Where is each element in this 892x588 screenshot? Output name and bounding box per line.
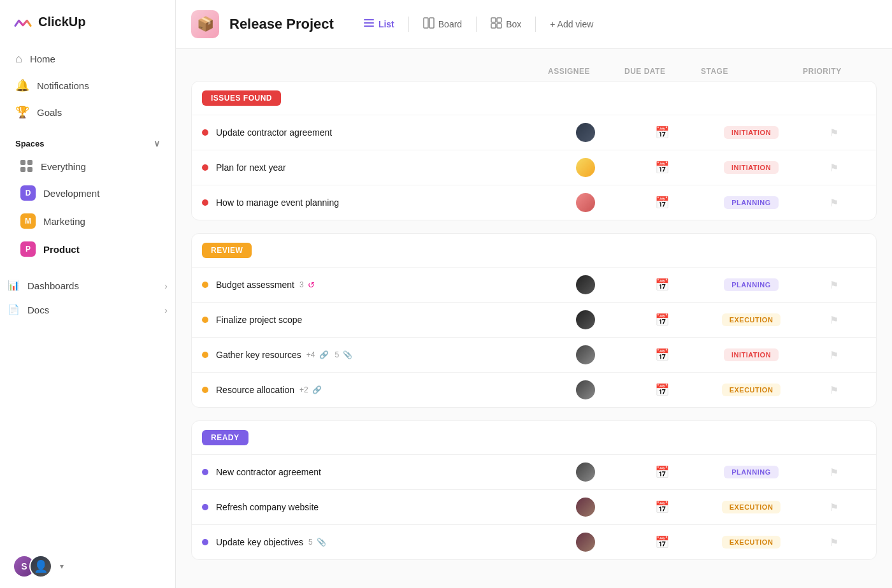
col-task xyxy=(222,67,548,76)
table-row[interactable]: How to manage event planning 📅 PLANNING … xyxy=(192,185,876,220)
task-name-cell: Resource allocation +2 🔗 xyxy=(202,385,547,395)
priority-cell[interactable]: ⚑ xyxy=(802,384,866,396)
priority-cell[interactable]: ⚑ xyxy=(802,197,866,209)
task-dot xyxy=(202,469,208,475)
sidebar-item-dashboards[interactable]: 📊 Dashboards › xyxy=(0,273,175,298)
table-row[interactable]: Gather key resources +4 🔗 5 📎 📅 xyxy=(192,337,876,372)
status-badge: EXECUTION xyxy=(722,536,781,549)
sidebar-item-goals[interactable]: 🏆 Goals xyxy=(8,99,168,125)
stage-cell[interactable]: PLANNING xyxy=(700,466,802,478)
logo[interactable]: ClickUp xyxy=(0,0,175,43)
docs-label: Docs xyxy=(27,305,49,315)
stage-cell[interactable]: INITIATION xyxy=(700,126,802,139)
avatar xyxy=(576,123,595,142)
priority-cell[interactable]: ⚑ xyxy=(802,162,866,174)
task-name-cell: Budget assessment 3 ↺ xyxy=(202,280,547,290)
tab-list[interactable]: List xyxy=(354,13,403,36)
calendar-icon: 📅 xyxy=(655,465,669,479)
table-row[interactable]: Finalize project scope 📅 EXECUTION ⚑ xyxy=(192,302,876,337)
stage-cell[interactable]: INITIATION xyxy=(700,161,802,174)
due-date-cell[interactable]: 📅 xyxy=(624,196,700,210)
project-title: Release Project xyxy=(229,16,334,32)
sidebar-item-marketing[interactable]: M Marketing xyxy=(5,207,170,235)
group-header-review[interactable]: REVIEW xyxy=(192,234,876,267)
space-everything-label: Everything xyxy=(41,161,86,172)
due-date-cell[interactable]: 📅 xyxy=(624,313,700,327)
sidebar-item-everything[interactable]: Everything xyxy=(5,154,170,179)
tab-divider-2 xyxy=(476,17,477,32)
status-badge: PLANNING xyxy=(724,196,778,209)
priority-cell[interactable]: ⚑ xyxy=(802,349,866,361)
user-avatars[interactable]: S 👤 xyxy=(13,555,52,578)
column-headers: ASSIGNEE DUE DATE STAGE PRIORITY xyxy=(191,62,877,81)
add-view-button[interactable]: + Add view xyxy=(541,15,602,34)
add-view-label: + Add view xyxy=(550,19,593,29)
priority-cell[interactable]: ⚑ xyxy=(802,466,866,478)
table-row[interactable]: Resource allocation +2 🔗 📅 EXECUTION xyxy=(192,372,876,407)
attachment-count-2: 5 xyxy=(308,538,313,547)
stage-cell[interactable]: EXECUTION xyxy=(700,536,802,549)
calendar-icon: 📅 xyxy=(655,535,669,549)
sidebar-item-notifications[interactable]: 🔔 Notifications xyxy=(8,72,168,99)
task-meta: +2 🔗 xyxy=(299,385,322,394)
assignee-cell xyxy=(547,193,624,212)
due-date-cell[interactable]: 📅 xyxy=(624,465,700,479)
tab-board-label: Board xyxy=(438,19,462,29)
stage-cell[interactable]: PLANNING xyxy=(700,196,802,209)
tab-box-label: Box xyxy=(506,19,521,29)
table-row[interactable]: Update key objectives 5 📎 📅 EXECUTION xyxy=(192,524,876,559)
task-name: Budget assessment 3 ↺ xyxy=(216,280,315,290)
sidebar-item-docs[interactable]: 📄 Docs › xyxy=(0,298,175,322)
due-date-cell[interactable]: 📅 xyxy=(624,278,700,292)
task-group-issues-found: ISSUES FOUND Update contractor agreement… xyxy=(191,81,877,220)
tab-board[interactable]: Board xyxy=(414,13,471,36)
stage-cell[interactable]: EXECUTION xyxy=(700,313,802,326)
stage-cell[interactable]: INITIATION xyxy=(700,348,802,361)
due-date-cell[interactable]: 📅 xyxy=(624,348,700,362)
sidebar-item-home[interactable]: ⌂ Home xyxy=(8,46,168,72)
stage-cell[interactable]: EXECUTION xyxy=(700,384,802,396)
stage-cell[interactable]: PLANNING xyxy=(700,278,802,291)
due-date-cell[interactable]: 📅 xyxy=(624,125,700,140)
bell-icon: 🔔 xyxy=(15,78,29,92)
task-meta: +4 🔗 5 📎 xyxy=(306,350,352,359)
task-name-cell: Finalize project scope xyxy=(202,315,547,325)
avatar xyxy=(576,463,595,482)
due-date-cell[interactable]: 📅 xyxy=(624,161,700,175)
assignee-cell xyxy=(547,158,624,177)
dashboards-icon: 📊 xyxy=(8,280,20,291)
task-name-cell: How to manage event planning xyxy=(202,197,547,208)
svg-rect-8 xyxy=(497,24,501,28)
stage-cell[interactable]: EXECUTION xyxy=(700,501,802,513)
table-row[interactable]: Refresh company website 📅 EXECUTION ⚑ xyxy=(192,489,876,524)
spaces-header[interactable]: Spaces ∨ xyxy=(0,128,175,154)
everything-grid-icon xyxy=(20,160,33,173)
task-name: Refresh company website xyxy=(216,502,319,512)
priority-cell[interactable]: ⚑ xyxy=(802,314,866,326)
tab-box[interactable]: Box xyxy=(482,13,530,36)
task-dot xyxy=(202,539,208,545)
flag-icon: ⚑ xyxy=(830,536,838,549)
group-label-issues-found: ISSUES FOUND xyxy=(202,90,281,106)
dashboards-chevron-icon: › xyxy=(164,280,168,291)
priority-cell[interactable]: ⚑ xyxy=(802,536,866,549)
priority-cell[interactable]: ⚑ xyxy=(802,127,866,139)
due-date-cell[interactable]: 📅 xyxy=(624,535,700,549)
spaces-label: Spaces xyxy=(15,139,45,148)
group-header-ready[interactable]: READY xyxy=(192,421,876,454)
svg-rect-3 xyxy=(424,18,428,28)
group-header-issues-found[interactable]: ISSUES FOUND xyxy=(192,82,876,115)
docs-chevron-icon: › xyxy=(164,305,168,315)
table-row[interactable]: Plan for next year 📅 INITIATION ⚑ xyxy=(192,150,876,185)
table-row[interactable]: Budget assessment 3 ↺ 📅 PLANNING xyxy=(192,267,876,302)
due-date-cell[interactable]: 📅 xyxy=(624,383,700,397)
priority-cell[interactable]: ⚑ xyxy=(802,501,866,513)
table-row[interactable]: Update contractor agreement 📅 INITIATION… xyxy=(192,115,876,150)
tab-divider-3 xyxy=(535,17,536,32)
sidebar-item-development[interactable]: D Development xyxy=(5,179,170,207)
table-row[interactable]: New contractor agreement 📅 PLANNING ⚑ xyxy=(192,454,876,489)
due-date-cell[interactable]: 📅 xyxy=(624,500,700,514)
sidebar-item-product[interactable]: P Product xyxy=(5,235,170,263)
avatar xyxy=(576,275,595,294)
priority-cell[interactable]: ⚑ xyxy=(802,279,866,291)
